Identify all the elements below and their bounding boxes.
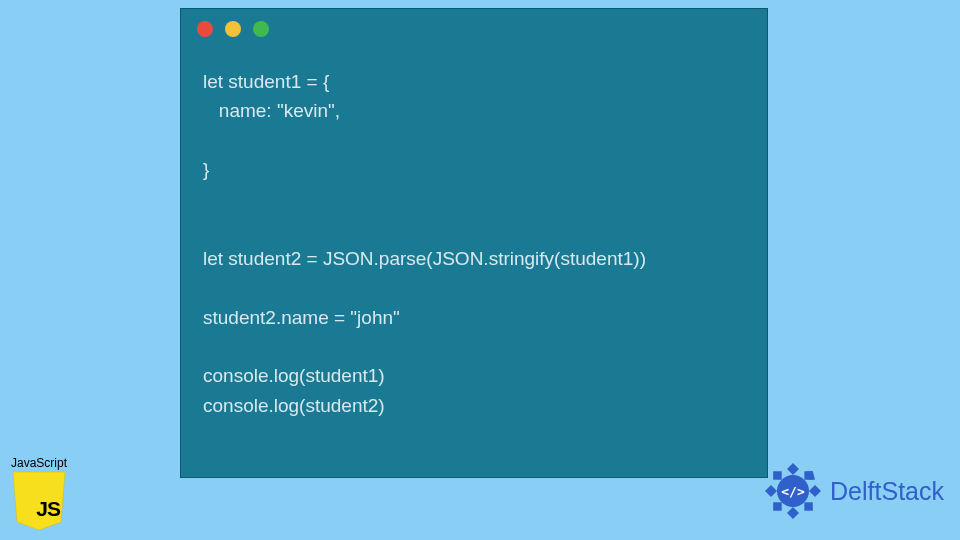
maximize-icon[interactable] <box>253 21 269 37</box>
code-window: let student1 = { name: "kevin", } let st… <box>180 8 768 478</box>
code-line: student2.name = "john" <box>203 307 400 328</box>
delftstack-text: DelftStack <box>830 477 944 506</box>
javascript-logo-icon: JS <box>11 470 67 532</box>
minimize-icon[interactable] <box>225 21 241 37</box>
code-line: let student1 = { <box>203 71 329 92</box>
js-logo-text: JS <box>36 497 60 521</box>
delftstack-gear-icon: </> <box>762 460 824 522</box>
svg-marker-5 <box>787 507 799 519</box>
javascript-badge: JavaScript JS <box>6 456 72 532</box>
code-content: let student1 = { name: "kevin", } let st… <box>181 49 767 420</box>
code-line: } <box>203 159 209 180</box>
svg-marker-3 <box>809 485 821 497</box>
javascript-label: JavaScript <box>6 456 72 470</box>
code-line: name: "kevin", <box>203 100 340 121</box>
svg-text:</>: </> <box>781 484 805 499</box>
svg-marker-0 <box>787 463 799 475</box>
code-line: console.log(student1) <box>203 365 385 386</box>
close-icon[interactable] <box>197 21 213 37</box>
code-line: let student2 = JSON.parse(JSON.stringify… <box>203 248 646 269</box>
code-line: console.log(student2) <box>203 395 385 416</box>
svg-marker-7 <box>765 485 777 497</box>
delftstack-logo: </> DelftStack <box>762 460 944 522</box>
window-titlebar <box>181 9 767 49</box>
